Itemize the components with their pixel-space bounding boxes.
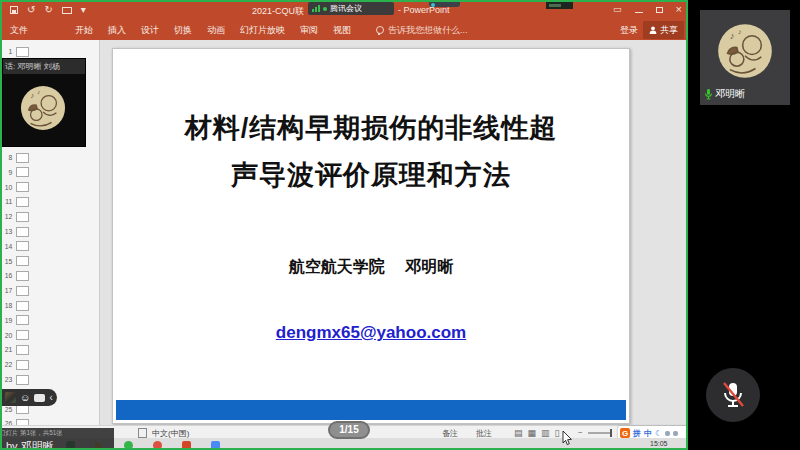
zoom-slider-thumb[interactable] [610, 429, 612, 437]
powerpoint-taskbar-icon[interactable] [182, 441, 191, 450]
undo-icon[interactable]: ↺ [27, 5, 35, 15]
slide-thumb-19[interactable]: 19 [3, 315, 29, 326]
meeting-badge-label: 腾讯会议 [330, 3, 362, 14]
sogou-pinyin-mode[interactable]: 拼 [633, 428, 641, 439]
slide-thumb-21[interactable]: 21 [3, 344, 29, 355]
slide-email-link[interactable]: dengmx65@yahoo.com [113, 323, 629, 343]
top-slider-overlay[interactable] [429, 2, 460, 7]
slide-thumb-11[interactable]: 11 [3, 196, 29, 207]
ribbon-tab-4[interactable]: 切换 [174, 24, 192, 37]
slide-thumbnail[interactable] [16, 360, 29, 370]
blue-app-icon[interactable] [211, 441, 220, 450]
view-icon-1[interactable]: ▦ [528, 428, 537, 438]
slide-thumb-17[interactable]: 17 [3, 285, 29, 296]
save-icon[interactable] [10, 6, 18, 14]
slide-thumbnail[interactable] [16, 271, 29, 281]
ribbon-tab-7[interactable]: 审阅 [300, 24, 318, 37]
taskbar-clock[interactable]: 15:05 [650, 440, 668, 447]
slide-thumb-14[interactable]: 14 [3, 241, 29, 252]
slide-thumb-13[interactable]: 13 [3, 226, 29, 237]
mute-toggle-button[interactable] [706, 368, 760, 422]
recording-dot-icon [323, 7, 327, 11]
login-button[interactable]: 登录 [620, 24, 638, 37]
ribbon-tab-0[interactable]: 文件 [10, 24, 28, 37]
slide-thumbnail[interactable] [16, 286, 29, 296]
meeting-thumbnail-chip[interactable] [5, 392, 16, 403]
redo-icon[interactable]: ↻ [44, 5, 52, 15]
slide-thumb-22[interactable]: 22 [3, 359, 29, 370]
ribbon-tab-8[interactable]: 视图 [333, 24, 351, 37]
sogou-tool-icon[interactable] [665, 431, 670, 436]
slide-thumbnail[interactable] [16, 47, 29, 57]
slide-number: 17 [4, 287, 13, 295]
sogou-settings-icon[interactable] [673, 431, 678, 436]
share-button[interactable]: 共享 [643, 21, 684, 39]
slide-thumb-1[interactable]: 1 [3, 46, 29, 57]
slide-thumbnail[interactable] [16, 212, 29, 222]
restore-icon[interactable] [656, 7, 663, 13]
slide-thumbnail[interactable] [16, 182, 29, 192]
green-browser-icon[interactable] [124, 441, 133, 450]
collapse-chevron-icon[interactable]: ‹ [49, 392, 53, 403]
slide-thumb-12[interactable]: 12 [3, 211, 29, 222]
slide-thumbnail[interactable] [16, 167, 29, 177]
chrome-browser-icon[interactable] [153, 441, 162, 450]
slide-thumb-16[interactable]: 16 [3, 270, 29, 281]
slide-thumb-8[interactable]: 8 [3, 152, 29, 163]
slide-number: 15 [4, 257, 13, 265]
mouse-cursor [562, 431, 572, 446]
slide-thumb-9[interactable]: 9 [3, 167, 29, 178]
ribbon-tab-2[interactable]: 插入 [108, 24, 126, 37]
shared-screen-region: ↺ ↻ ▾ 2021-CQU联 - PowerPoint ▭ × 文件开始插入设… [0, 0, 688, 450]
slide-thumbnail[interactable] [16, 345, 29, 355]
slide-title-line1: 材料/结构早期损伤的非线性超 [113, 105, 629, 152]
slide-thumb-10[interactable]: 10 [3, 182, 29, 193]
slide-number: 18 [4, 302, 13, 310]
slide-thumbnail[interactable] [16, 315, 29, 325]
tell-me-box[interactable]: 告诉我您想做什么... [376, 24, 468, 37]
slide-thumbnail[interactable] [16, 330, 29, 340]
slide-thumbnail[interactable] [16, 241, 29, 251]
slide-canvas[interactable]: 材料/结构早期损伤的非线性超 声导波评价原理和方法 航空航天学院 邓明晰 den… [112, 48, 630, 424]
proofing-icon[interactable] [138, 428, 147, 438]
view-icon-2[interactable]: ▥ [541, 428, 550, 438]
slide-number: 12 [4, 213, 13, 221]
ribbon-tab-6[interactable]: 幻灯片放映 [240, 24, 285, 37]
slide-thumb-23[interactable]: 23 [3, 374, 29, 385]
slide-thumbnail[interactable] [16, 301, 29, 311]
sogou-moon-icon[interactable]: ☾ [655, 429, 662, 438]
speaking-participant-overlay[interactable]: 话: 邓明晰 刘杨 ♪ ♪ [2, 58, 86, 147]
participant-avatar: ♪ ♪ [20, 85, 66, 131]
keyboard-icon[interactable] [34, 394, 45, 402]
slide-thumbnail[interactable] [16, 375, 29, 385]
ribbon-tab-1[interactable]: 开始 [75, 24, 93, 37]
slideshow-icon[interactable] [62, 7, 72, 14]
meeting-floating-toolbar[interactable]: ☺ ‹ [2, 389, 57, 406]
minimize-icon[interactable] [635, 12, 643, 13]
qat-dropdown-icon[interactable]: ▾ [81, 5, 86, 15]
slide-thumbnail[interactable] [16, 256, 29, 266]
zoom-slider-track[interactable] [588, 432, 612, 434]
ribbon-tab-5[interactable]: 动画 [207, 24, 225, 37]
speaking-header: 话: 邓明晰 刘杨 [3, 59, 85, 74]
view-icon-0[interactable]: ▤ [514, 428, 523, 438]
slide-number: 23 [4, 376, 13, 384]
sogou-chinese-mode[interactable]: 中 [644, 428, 652, 439]
sogou-logo-icon[interactable]: G [620, 428, 630, 438]
ribbon-tab-3[interactable]: 设计 [141, 24, 159, 37]
zoom-out-icon[interactable]: − [578, 428, 583, 437]
slide-thumb-20[interactable]: 20 [3, 330, 29, 341]
svg-text:♪: ♪ [37, 89, 40, 95]
close-icon[interactable]: × [676, 4, 682, 15]
emoji-icon[interactable]: ☺ [20, 393, 30, 403]
slide-thumb-18[interactable]: 18 [3, 300, 29, 311]
slide-thumbnail[interactable] [16, 197, 29, 207]
slide-thumb-15[interactable]: 15 [3, 256, 29, 267]
ribbon-options-icon[interactable]: ▭ [613, 4, 622, 15]
top-camera-preview[interactable] [546, 2, 573, 9]
tencent-meeting-badge[interactable]: 腾讯会议 [308, 2, 394, 15]
slide-thumbnail[interactable] [16, 153, 29, 163]
view-icon-3[interactable]: ▯ [555, 428, 560, 438]
slide-thumbnail[interactable] [16, 227, 29, 237]
participant-video-tile[interactable]: ♪ ♪ 邓明晰 [700, 10, 790, 105]
